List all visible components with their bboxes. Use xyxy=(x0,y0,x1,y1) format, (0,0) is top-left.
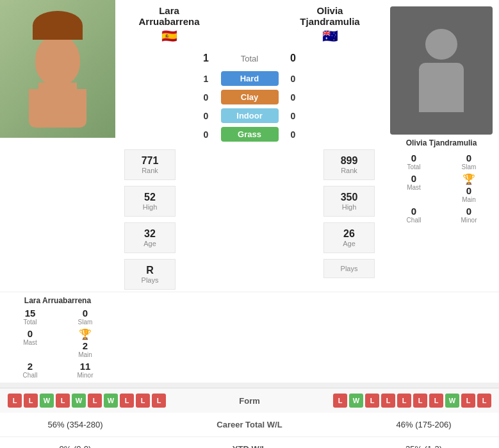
left-slam-lbl: Slam xyxy=(78,319,93,326)
form-pill: L xyxy=(477,394,491,408)
right-age-label: Age xyxy=(331,240,368,247)
left-minor-cell: 11 Minor xyxy=(60,361,110,379)
form-pill: L xyxy=(429,394,443,408)
left-main-cell: 🏆 2 Main xyxy=(60,328,110,358)
left-chall-cell: 2 Chall xyxy=(5,361,55,379)
left-player-figure xyxy=(29,11,86,128)
clay-right-score: 0 xyxy=(284,92,303,103)
left-mast-lbl: Mast xyxy=(23,339,37,346)
left-total-cell: 15 Total xyxy=(5,308,55,326)
center-column: Lara Arruabarrena 🇪🇸 Olivia Tjandramulia… xyxy=(115,0,384,292)
right-mast-cell: 0 Mast xyxy=(389,173,439,203)
left-plays-label: Plays xyxy=(131,276,168,284)
left-main-val: 2 xyxy=(83,340,88,351)
stats-center-label: YTD W/L xyxy=(151,437,348,449)
form-section: LLWLWLWLLL Form LWLLLLLWLL xyxy=(0,388,499,413)
right-rank-label: Rank xyxy=(331,167,368,174)
form-pill: L xyxy=(461,394,475,408)
right-total-val: 0 xyxy=(411,153,416,163)
right-main-lbl: Main xyxy=(462,196,476,203)
right-rank-value: 899 xyxy=(331,155,368,167)
left-total-score: 1 xyxy=(197,53,216,64)
right-slam-lbl: Slam xyxy=(462,163,477,170)
right-minor-val: 0 xyxy=(466,206,471,217)
right-chall-cell: 0 Chall xyxy=(389,206,439,224)
left-total-val: 15 xyxy=(25,308,36,319)
form-pill: L xyxy=(365,394,379,408)
right-silhouette xyxy=(416,29,467,112)
indoor-left-score: 0 xyxy=(197,111,216,121)
form-pill: L xyxy=(24,394,38,408)
form-label: Form xyxy=(211,396,288,406)
surface-row-clay: 0 Clay 0 xyxy=(118,90,381,104)
left-mast-val: 0 xyxy=(28,328,33,339)
right-slam-cell: 0 Slam xyxy=(444,153,494,170)
right-total-lbl: Total xyxy=(407,163,420,170)
right-trophy-icon: 🏆 xyxy=(462,173,475,185)
form-pill: L xyxy=(397,394,411,408)
grass-left-score: 0 xyxy=(197,129,216,140)
left-player-photo xyxy=(0,0,115,138)
form-pill: L xyxy=(413,394,427,408)
form-pill: L xyxy=(120,394,134,408)
right-mast-val: 0 xyxy=(411,173,416,184)
right-plays-label: Plays xyxy=(331,265,368,272)
form-pill: W xyxy=(72,394,86,408)
left-high-label: High xyxy=(131,203,168,211)
form-pill: W xyxy=(104,394,118,408)
form-pill: L xyxy=(56,394,70,408)
body xyxy=(29,89,86,128)
left-rank-value: 771 xyxy=(131,155,168,167)
left-high-value: 52 xyxy=(131,192,168,203)
left-age-box: 32 Age xyxy=(124,222,176,253)
comparison-section: Lara Arruabarrena 🇪🇸 Olivia Tjandramulia… xyxy=(0,0,499,292)
left-high-box: 52 High xyxy=(124,186,176,217)
form-pill: L xyxy=(136,394,150,408)
left-slam-val: 0 xyxy=(83,308,88,319)
right-high-box: 350 High xyxy=(323,186,375,217)
right-age-box: 26 Age xyxy=(323,222,375,253)
left-mast-cell: 0 Mast xyxy=(5,328,55,358)
left-plays-value: R xyxy=(131,265,168,276)
hard-right-score: 0 xyxy=(284,74,303,84)
stats-left-val: 0% (0-0) xyxy=(0,437,151,449)
stats-center-label: Career Total W/L xyxy=(151,413,348,437)
right-total-cell: 0 Total xyxy=(389,153,439,170)
left-rank-box: 771 Rank xyxy=(124,149,176,180)
left-chall-lbl: Chall xyxy=(23,372,38,379)
left-chall-val: 2 xyxy=(28,361,33,372)
form-pill: L xyxy=(333,394,347,408)
right-high-label: High xyxy=(331,203,368,211)
right-main-cell: 🏆 0 Main xyxy=(444,173,494,203)
right-form-pills: LWLLLLLWLL xyxy=(288,394,492,408)
stats-right-val: 25% (1-3) xyxy=(348,437,499,449)
hair xyxy=(33,11,83,40)
right-high-value: 350 xyxy=(331,192,368,203)
left-form-pills: LLWLWLWLLL xyxy=(8,394,211,408)
form-pill: W xyxy=(445,394,459,408)
player-details-row: Lara Arruabarrena 15 Total 0 Slam 0 Mast… xyxy=(0,292,499,383)
left-main-lbl: Main xyxy=(78,351,92,358)
stats-row: 56% (354-280) Career Total W/L 46% (175-… xyxy=(0,413,499,437)
players-title-row: Lara Arruabarrena 🇪🇸 Olivia Tjandramulia… xyxy=(118,0,381,49)
main-container: Lara Arruabarrena 🇪🇸 Olivia Tjandramulia… xyxy=(0,0,499,448)
form-pill: W xyxy=(40,394,54,408)
left-age-value: 32 xyxy=(131,228,168,240)
surface-row-grass: 0 Grass 0 xyxy=(118,127,381,142)
right-player-photo xyxy=(390,6,493,135)
form-pill: L xyxy=(381,394,395,408)
right-plays-box: Plays xyxy=(323,259,375,278)
right-rank-box: 899 Rank xyxy=(323,149,375,180)
form-pill: W xyxy=(349,394,363,408)
sil-head xyxy=(425,29,457,60)
right-player-flag: 🇦🇺 xyxy=(279,28,381,44)
right-spacer xyxy=(384,292,499,383)
form-pill: L xyxy=(8,394,22,408)
hard-badge: Hard xyxy=(221,71,279,86)
right-slam-val: 0 xyxy=(466,153,471,163)
clay-left-score: 0 xyxy=(197,92,216,103)
grass-right-score: 0 xyxy=(284,129,303,140)
right-minor-lbl: Minor xyxy=(461,217,477,224)
surface-row-indoor: 0 Indoor 0 xyxy=(118,108,381,123)
right-main-val: 0 xyxy=(466,185,471,196)
